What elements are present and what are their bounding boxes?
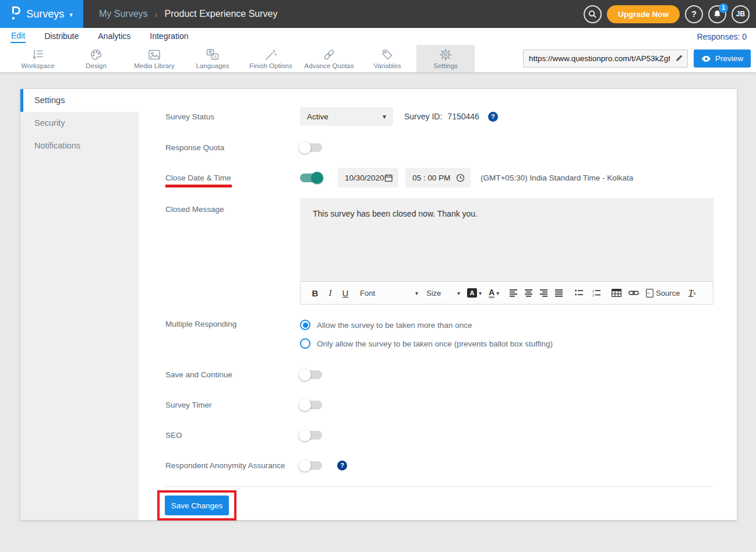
close-date-time-label: Close Date & Time bbox=[165, 174, 300, 182]
toolbar-item-variables[interactable]: Variables bbox=[358, 45, 416, 72]
breadcrumb-separator: › bbox=[155, 9, 158, 19]
align-left-button[interactable] bbox=[506, 285, 521, 300]
save-and-continue-toggle[interactable] bbox=[300, 370, 322, 379]
save-and-continue-row: Save and Continue bbox=[165, 368, 713, 381]
settings-panel: Settings Security Notifications Survey S… bbox=[20, 89, 737, 520]
settings-form: Survey Status Active ▼ Survey ID: 715044… bbox=[139, 89, 737, 520]
sidebar-item-security[interactable]: Security bbox=[20, 112, 139, 135]
notifications-button[interactable]: 1 bbox=[708, 5, 726, 23]
respondent-anonymity-row: Respondent Anonymity Assurance ? bbox=[165, 459, 713, 472]
toolbar-item-settings[interactable]: Settings bbox=[416, 45, 475, 72]
close-time-input[interactable]: 05 : 00 PM bbox=[405, 168, 471, 187]
design-palette-icon bbox=[89, 48, 103, 61]
save-changes-button[interactable]: Save Changes bbox=[165, 496, 229, 515]
radio-allow-multiple[interactable]: Allow the survey to be taken more than o… bbox=[300, 320, 553, 330]
seo-toggle[interactable] bbox=[300, 431, 322, 440]
closed-message-row: Closed Message This survey has been clos… bbox=[165, 198, 713, 305]
survey-nav-tabs: Edit Distribute Analytics Integration Re… bbox=[0, 28, 756, 45]
radio-button[interactable] bbox=[300, 338, 310, 349]
toolbar-item-advance-quotas[interactable]: Advance Quotas bbox=[300, 45, 358, 72]
respondent-anonymity-label: Respondent Anonymity Assurance bbox=[165, 461, 300, 470]
save-and-continue-label: Save and Continue bbox=[165, 370, 300, 379]
survey-status-row: Survey Status Active ▼ Survey ID: 715044… bbox=[165, 107, 713, 126]
respondent-anonymity-toggle[interactable] bbox=[300, 461, 322, 470]
survey-timer-toggle[interactable] bbox=[300, 401, 322, 409]
close-date-time-toggle[interactable] bbox=[300, 174, 322, 182]
multiple-responding-options: Allow the survey to be taken more than o… bbox=[300, 320, 553, 349]
response-quota-label: Response Quota bbox=[165, 143, 300, 152]
search-button[interactable] bbox=[584, 5, 602, 23]
ribbon-right: Preview bbox=[523, 45, 751, 72]
breadcrumb: My Surveys › Product Experience Survey bbox=[99, 9, 277, 19]
product-name: Surveys bbox=[26, 8, 64, 20]
italic-button[interactable]: I bbox=[323, 285, 338, 300]
calendar-icon bbox=[384, 174, 393, 182]
insert-link-button[interactable] bbox=[626, 285, 641, 300]
source-button[interactable]: ‹› Source bbox=[646, 285, 680, 300]
tab-integration[interactable]: Integration bbox=[149, 30, 189, 43]
help-button[interactable]: ? bbox=[685, 5, 703, 23]
toolbar-item-design[interactable]: Design bbox=[67, 45, 125, 72]
form-divider bbox=[165, 486, 713, 487]
settings-gear-icon bbox=[439, 48, 453, 61]
sidebar-item-notifications[interactable]: Notifications bbox=[20, 135, 139, 157]
survey-status-select[interactable]: Active ▼ bbox=[300, 107, 393, 126]
tab-distribute[interactable]: Distribute bbox=[44, 30, 79, 43]
close-date-input[interactable]: 10/30/2020 bbox=[338, 168, 398, 187]
toolbar-item-finish-options[interactable]: Finish Options bbox=[242, 45, 300, 72]
media-library-icon bbox=[147, 48, 161, 61]
survey-status-help-icon[interactable]: ? bbox=[488, 112, 498, 122]
sidebar-item-settings[interactable]: Settings bbox=[20, 89, 139, 112]
background-color-button[interactable]: A▾ bbox=[467, 288, 482, 298]
toolbar-item-languages[interactable]: A Languages bbox=[183, 45, 242, 72]
survey-url-input[interactable] bbox=[523, 49, 688, 68]
align-justify-button[interactable] bbox=[552, 285, 567, 300]
seo-label: SEO bbox=[165, 431, 300, 440]
preview-button[interactable]: Preview bbox=[694, 49, 751, 68]
tab-edit[interactable]: Edit bbox=[10, 30, 26, 43]
radio-allow-once[interactable]: Only allow the survey to be taken once (… bbox=[300, 338, 553, 349]
toolbar-item-media-library[interactable]: Media Library bbox=[125, 45, 183, 72]
survey-timer-row: Survey Timer bbox=[165, 398, 713, 411]
bullet-list-button[interactable] bbox=[571, 285, 587, 300]
closed-message-textarea[interactable]: This survey has been closed now. Thank y… bbox=[300, 198, 713, 281]
underline-button[interactable]: U bbox=[338, 285, 353, 300]
multiple-responding-row: Multiple Responding Allow the survey to … bbox=[165, 320, 713, 349]
seo-row: SEO bbox=[165, 429, 713, 441]
bold-button[interactable]: B bbox=[308, 285, 323, 300]
source-doc-icon: ‹› bbox=[646, 289, 653, 298]
avatar[interactable]: JB bbox=[732, 5, 750, 23]
edit-url-pencil-icon[interactable] bbox=[674, 54, 684, 65]
surveys-product-menu[interactable]: Surveys ▾ bbox=[0, 0, 83, 28]
chevron-down-icon: ▾ bbox=[457, 290, 460, 296]
align-right-button[interactable] bbox=[536, 285, 552, 300]
close-date-time-row: Close Date & Time 10/30/2020 05 : 00 PM … bbox=[165, 168, 713, 187]
workspace-icon bbox=[31, 48, 45, 61]
upgrade-now-button[interactable]: Upgrade Now bbox=[607, 5, 680, 23]
responses-count: Responses: 0 bbox=[697, 32, 747, 41]
questionpro-p-logo-icon bbox=[10, 6, 21, 23]
breadcrumb-my-surveys[interactable]: My Surveys bbox=[99, 9, 148, 19]
text-color-button[interactable]: A▾ bbox=[489, 288, 499, 298]
size-dropdown[interactable]: Size▾ bbox=[426, 285, 460, 300]
font-dropdown[interactable]: Font▾ bbox=[360, 285, 418, 300]
survey-id-label: Survey ID: bbox=[404, 112, 442, 121]
numbered-list-button[interactable]: 12 bbox=[589, 285, 604, 300]
radio-button[interactable] bbox=[300, 320, 310, 330]
search-icon bbox=[588, 10, 597, 19]
insert-table-button[interactable] bbox=[609, 285, 624, 300]
toolbar-item-workspace[interactable]: Workspace bbox=[9, 45, 67, 72]
tab-analytics[interactable]: Analytics bbox=[97, 30, 131, 43]
variables-tag-icon bbox=[380, 48, 394, 61]
save-changes-annotation-box: Save Changes bbox=[157, 490, 236, 521]
response-quota-toggle[interactable] bbox=[300, 143, 322, 152]
response-quota-row: Response Quota bbox=[165, 141, 713, 153]
closed-message-label: Closed Message bbox=[165, 198, 300, 214]
remove-format-button[interactable]: Tx bbox=[684, 285, 700, 300]
align-center-button[interactable] bbox=[521, 285, 536, 300]
respondent-anonymity-help-icon[interactable]: ? bbox=[337, 461, 347, 470]
languages-icon: A bbox=[206, 48, 220, 61]
survey-status-label: Survey Status bbox=[165, 112, 300, 121]
notification-badge: 1 bbox=[719, 3, 728, 13]
advance-quotas-chain-icon bbox=[322, 48, 336, 61]
